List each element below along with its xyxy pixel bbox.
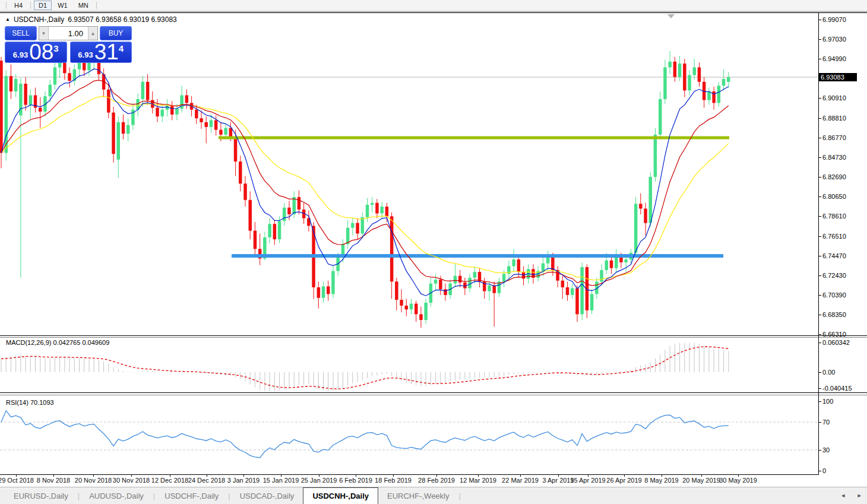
axis-tick bbox=[819, 315, 821, 315]
toolbar-separator bbox=[96, 2, 97, 9]
time-axis-label: 3 Apr 2019 bbox=[542, 477, 574, 484]
axis-tick bbox=[819, 236, 821, 237]
axis-label: 6.97030 bbox=[822, 36, 846, 43]
timeframe-button-w1[interactable]: W1 bbox=[53, 1, 72, 10]
axis-label: 6.82690 bbox=[822, 173, 846, 180]
volume-input[interactable]: 1.00 bbox=[49, 27, 88, 40]
tab-scroll-left-icon[interactable]: ◂ bbox=[841, 492, 845, 499]
axis-tick bbox=[819, 422, 821, 423]
axis-label: 0 bbox=[822, 467, 826, 474]
axis-label: 100 bbox=[822, 398, 833, 405]
tab-scroll-right-icon[interactable]: ▸ bbox=[857, 492, 861, 499]
panel-splitter[interactable] bbox=[0, 335, 867, 336]
axis-tick bbox=[819, 471, 821, 471]
rsi-label: RSI(14) 70.1093 bbox=[6, 399, 54, 406]
tab-scroll-arrows: ◂ ▸ bbox=[841, 487, 861, 504]
chart-title: ▲ USDCNH-,Daily 6.93507 6.93658 6.93019 … bbox=[5, 15, 177, 24]
chart-tab-eurchf[interactable]: EURCHF-,Weekly bbox=[378, 487, 458, 504]
time-axis-label: 12 Dec 2018 bbox=[151, 477, 188, 484]
buy-price-sup: 4 bbox=[119, 43, 124, 53]
chart-symbol-period: USDCNH-,Daily bbox=[14, 15, 64, 24]
axis-label: 6.88810 bbox=[822, 115, 846, 122]
timeframe-button-mn[interactable]: MN bbox=[74, 1, 93, 10]
axis-tick bbox=[819, 275, 821, 276]
axis-label: -0.040415 bbox=[822, 385, 852, 392]
axis-tick bbox=[819, 372, 821, 373]
time-axis-label: 8 Nov 2018 bbox=[37, 477, 70, 484]
axis-tick bbox=[819, 177, 821, 177]
axis-tick bbox=[819, 39, 821, 40]
time-axis-label: 28 Feb 2019 bbox=[418, 477, 455, 484]
chart-tab-usdcnh[interactable]: USDCNH-,Daily bbox=[303, 487, 378, 504]
timeframe-toolbar: H4D1W1MN bbox=[0, 0, 867, 11]
volume-increase-icon[interactable]: ▲ bbox=[88, 27, 97, 40]
rsi-panel-canvas[interactable] bbox=[0, 396, 818, 474]
axis-tick bbox=[819, 20, 821, 20]
ma-slow bbox=[1, 96, 729, 280]
sell-button[interactable]: SELL bbox=[5, 26, 37, 40]
sell-price-panel[interactable]: 6.93 08 3 bbox=[5, 42, 67, 63]
axis-tick bbox=[819, 295, 821, 296]
panel-splitter[interactable] bbox=[0, 392, 867, 393]
axis-label: 30 bbox=[822, 446, 830, 454]
sell-price-big: 08 bbox=[29, 43, 53, 62]
axis-tick bbox=[819, 157, 821, 158]
volume-decrease-icon[interactable]: ▼ bbox=[39, 27, 49, 40]
timeframe-button-h4[interactable]: H4 bbox=[10, 1, 27, 10]
time-axis-border bbox=[0, 474, 819, 475]
axis-label: 70 bbox=[822, 419, 830, 426]
axis-label: 6.80650 bbox=[822, 193, 846, 200]
chart-tab-bar: EURUSD-,Daily|AUDUSD-,Daily|USDCHF-,Dail… bbox=[0, 487, 867, 504]
axis-label: 0.00 bbox=[822, 369, 835, 376]
toolbar-separator bbox=[30, 2, 31, 9]
time-axis-label: 15 Apr 2019 bbox=[570, 477, 605, 484]
time-axis-label: 15 Jan 2019 bbox=[263, 477, 299, 484]
axis-tick bbox=[819, 138, 821, 138]
axis-tick bbox=[819, 343, 821, 343]
macd-label: MACD(12,26,9) 0.042765 0.049609 bbox=[6, 339, 109, 346]
axis-label: 6.70390 bbox=[822, 291, 846, 299]
rsi-line bbox=[1, 411, 729, 458]
axis-label: 6.76510 bbox=[822, 233, 846, 240]
axis-tick bbox=[819, 196, 821, 197]
time-axis-label: 25 Jan 2019 bbox=[301, 477, 337, 484]
macd-panel-canvas[interactable] bbox=[0, 338, 818, 392]
sell-price-sup: 3 bbox=[53, 43, 58, 53]
time-axis-label: 20 May 2019 bbox=[682, 477, 720, 484]
time-axis-label: 30 May 2019 bbox=[719, 477, 757, 484]
time-axis-label: 8 May 2019 bbox=[644, 477, 678, 484]
buy-price-big: 31 bbox=[94, 43, 119, 62]
axis-tick bbox=[819, 98, 821, 99]
axis-label: 6.94990 bbox=[822, 55, 846, 62]
mt4-window: H4D1W1MN ▲ USDCNH-,Daily 6.93507 6.93658… bbox=[0, 0, 867, 504]
timeframe-button-d1[interactable]: D1 bbox=[34, 1, 52, 10]
time-axis-label: 24 Dec 2018 bbox=[188, 477, 225, 484]
time-axis-label: 18 Feb 2019 bbox=[375, 477, 412, 484]
axis-label: 6.66310 bbox=[822, 331, 846, 338]
buy-price-prefix: 6.93 bbox=[78, 50, 93, 59]
axis-label: 0.060342 bbox=[822, 339, 850, 346]
axis-label: 6.90910 bbox=[822, 94, 846, 102]
time-axis-label: 12 Mar 2019 bbox=[460, 477, 496, 484]
one-click-trading-widget: SELL ▼ 1.00 ▲ BUY 6.93 08 3 6.93 31 4 bbox=[5, 26, 132, 63]
chart-tab-audusd[interactable]: AUDUSD-,Daily bbox=[80, 487, 153, 504]
time-axis-label: 30 Nov 2018 bbox=[113, 477, 150, 484]
time-axis-label: 6 Feb 2019 bbox=[339, 477, 372, 484]
chart-tab-usdcad[interactable]: USDCAD-,Daily bbox=[231, 487, 303, 504]
axis-label: 6.86770 bbox=[822, 134, 846, 141]
panel-splitter-shadow bbox=[0, 395, 867, 395]
chart-tab-eurusd[interactable]: EURUSD-,Daily bbox=[5, 487, 77, 504]
sell-price-prefix: 6.93 bbox=[13, 50, 28, 59]
collapse-arrow-icon[interactable]: ▲ bbox=[5, 16, 10, 23]
axis-label: 6.72430 bbox=[822, 272, 846, 279]
chart-tab-usdchf[interactable]: USDCHF-,Daily bbox=[156, 487, 227, 504]
axis-tick bbox=[819, 216, 821, 217]
axis-tick bbox=[819, 256, 821, 256]
buy-price-panel[interactable]: 6.93 31 4 bbox=[70, 42, 132, 63]
axis-tick bbox=[819, 59, 821, 59]
time-axis-label: 3 Jan 2019 bbox=[227, 477, 260, 484]
axis-tick bbox=[819, 401, 821, 402]
buy-button[interactable]: BUY bbox=[100, 26, 132, 40]
axis-label: 6.84730 bbox=[822, 154, 846, 161]
axis-label: 6.78610 bbox=[822, 213, 846, 220]
